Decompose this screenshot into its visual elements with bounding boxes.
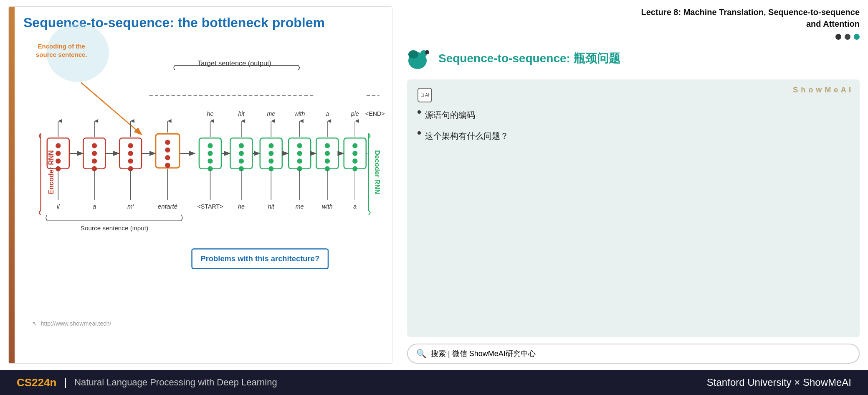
svg-point-51: [268, 151, 273, 156]
svg-point-40: [208, 143, 213, 148]
search-text: 搜索 | 微信 ShowMeAI研究中心: [431, 349, 536, 359]
showmeai-brand: S h o w M e A I: [793, 86, 851, 94]
svg-text:pie: pie: [351, 110, 359, 117]
svg-point-42: [208, 158, 213, 163]
svg-point-62: [325, 158, 330, 163]
content-card: ⊡ AI S h o w M e A I 源语句的编码 这个架构有什么问题？: [407, 79, 860, 337]
svg-text:Problems with this architectur: Problems with this architecture?: [200, 254, 319, 263]
svg-text:a: a: [93, 203, 96, 210]
svg-point-19: [165, 148, 170, 153]
main-area: Sequence-to-sequence: the bottleneck pro…: [0, 0, 868, 370]
subtitle-card: Sequence-to-sequence: 瓶颈问题: [407, 46, 860, 73]
svg-text:he: he: [207, 110, 214, 117]
bullet-text-1: 源语句的编码: [425, 109, 475, 121]
bottom-subtitle: Natural Language Processing with Deep Le…: [74, 377, 277, 388]
svg-text:hit: hit: [238, 110, 245, 117]
svg-point-9: [92, 151, 97, 156]
svg-text:il: il: [57, 203, 60, 210]
svg-point-41: [208, 151, 213, 156]
svg-point-15: [128, 158, 133, 163]
svg-point-20: [165, 155, 170, 160]
slide-panel: Sequence-to-sequence: the bottleneck pro…: [8, 6, 392, 364]
bottom-left: CS224n | Natural Language Processing wit…: [17, 376, 277, 389]
svg-text:with: with: [294, 110, 305, 117]
search-icon: 🔍: [416, 349, 427, 359]
svg-point-46: [239, 151, 244, 156]
svg-point-47: [239, 158, 244, 163]
svg-text:entarté: entarté: [158, 203, 178, 210]
svg-point-21: [165, 163, 170, 168]
svg-point-10: [92, 158, 97, 163]
svg-point-56: [297, 151, 302, 156]
bullet-text-2: 这个架构有什么问题？: [425, 130, 509, 142]
svg-text:he: he: [238, 203, 245, 210]
lecture-header: Lecture 8: Machine Translation, Sequence…: [407, 6, 860, 30]
ai-icon: ⊡ AI: [418, 88, 432, 102]
dot-dark: [835, 34, 841, 40]
svg-point-8: [92, 143, 97, 148]
svg-point-13: [128, 143, 133, 148]
bullet-dot-1: [418, 110, 421, 114]
svg-point-65: [352, 143, 357, 148]
subtitle-text: Sequence-to-sequence: 瓶颈问题: [438, 51, 620, 66]
svg-text:me: me: [267, 110, 275, 117]
svg-text:http://www.showmeai.tech/: http://www.showmeai.tech/: [41, 320, 111, 327]
svg-point-108: [425, 50, 429, 54]
svg-text:with: with: [322, 203, 332, 210]
diagram-svg: Target sentence (output): [9, 7, 392, 363]
svg-text:<END>: <END>: [365, 110, 385, 117]
svg-point-45: [239, 143, 244, 148]
wave-icon: [407, 46, 432, 71]
svg-text:Source sentence (input): Source sentence (input): [81, 224, 148, 232]
svg-point-18: [165, 140, 170, 145]
right-panel: Lecture 8: Machine Translation, Sequence…: [399, 0, 868, 370]
svg-point-55: [297, 143, 302, 148]
svg-point-61: [325, 151, 330, 156]
search-bar[interactable]: 🔍 搜索 | 微信 ShowMeAI研究中心: [407, 344, 860, 364]
svg-text:a: a: [353, 203, 357, 210]
cs-label: CS224n: [17, 376, 56, 389]
svg-point-5: [56, 158, 61, 163]
svg-point-3: [56, 143, 61, 148]
svg-point-106: [408, 50, 418, 59]
svg-text:a: a: [326, 110, 329, 117]
dot-dark2: [845, 34, 850, 40]
divider: |: [64, 376, 67, 389]
encoder-rnn-label: Encoder RNN: [47, 150, 55, 194]
svg-point-57: [297, 158, 302, 163]
svg-text:↖: ↖: [32, 320, 37, 327]
dot-teal: [854, 34, 860, 40]
dots-decoration: [407, 34, 860, 40]
svg-line-1: [81, 83, 141, 134]
svg-point-52: [268, 158, 273, 163]
svg-point-60: [325, 143, 330, 148]
svg-text:m': m': [127, 203, 134, 210]
bottom-right: Stanford University × ShowMeAI: [707, 377, 851, 388]
svg-point-14: [128, 151, 133, 156]
svg-text:me: me: [296, 203, 304, 210]
decoder-rnn-label: Decoder RNN: [374, 150, 381, 194]
svg-point-50: [268, 143, 273, 148]
svg-point-67: [352, 158, 357, 163]
svg-point-66: [352, 151, 357, 156]
svg-text:hit: hit: [268, 203, 275, 210]
bottom-bar: CS224n | Natural Language Processing wit…: [0, 370, 868, 395]
bullet-item-2: 这个架构有什么问题？: [418, 130, 849, 142]
encoding-label: Encoding of the source sentence.: [36, 42, 87, 59]
bullet-item-1: 源语句的编码: [418, 109, 849, 121]
svg-text:<START>: <START>: [197, 203, 223, 210]
svg-point-4: [56, 151, 61, 156]
bullet-dot-2: [418, 131, 421, 135]
